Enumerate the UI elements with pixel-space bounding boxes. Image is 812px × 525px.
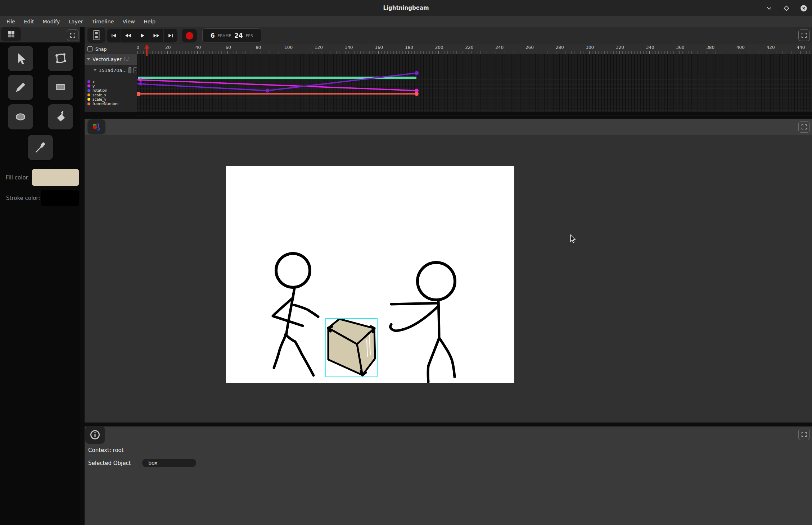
object-row-151ad70a[interactable]: 151ad70a... ~: [85, 65, 137, 76]
keyframe-dot-x-185[interactable]: [415, 71, 419, 75]
minimize-icon[interactable]: [765, 4, 773, 12]
close-icon[interactable]: [800, 4, 808, 12]
timeline-expand-button[interactable]: [798, 29, 810, 41]
menu-timeline[interactable]: Timeline: [87, 16, 118, 27]
play-icon: [139, 32, 146, 39]
info-tab[interactable]: [85, 426, 105, 444]
select-arrow-icon: [12, 50, 29, 67]
menu-view[interactable]: View: [118, 16, 139, 27]
frame-value: 6: [211, 32, 215, 39]
pencil-tool-button[interactable]: [8, 75, 33, 100]
stroke-color-swatch[interactable]: [41, 190, 79, 206]
stroke-color-label: Stroke color:: [6, 195, 40, 201]
fill-color-label: Fill color:: [6, 174, 30, 181]
rectangle-tool-button[interactable]: [48, 75, 73, 100]
menu-edit[interactable]: Edit: [19, 16, 38, 27]
play-button[interactable]: [135, 29, 149, 42]
skip-to-start-button[interactable]: [107, 29, 121, 42]
expand-icon: [801, 431, 807, 438]
maximize-icon[interactable]: [782, 4, 790, 12]
property-color-dot: [87, 98, 90, 101]
skip-to-end-button[interactable]: [164, 29, 177, 42]
ellipse-icon: [12, 109, 29, 125]
right-stick-figure[interactable]: [390, 262, 455, 382]
fast-forward-icon: [152, 32, 160, 39]
transform-tool-button[interactable]: [48, 46, 73, 71]
left-stick-figure[interactable]: [273, 254, 318, 375]
playback-controls: [107, 29, 177, 42]
paint-bucket-tool-button[interactable]: [48, 104, 73, 129]
snap-label: Snap: [95, 46, 107, 52]
property-name: rotation: [93, 88, 107, 92]
eyedropper-icon: [32, 139, 49, 156]
keyframe-dot-frameNumber-185[interactable]: [415, 92, 419, 96]
property-row-x[interactable]: x: [85, 79, 137, 84]
info-icon: [90, 429, 100, 440]
property-color-dot: [87, 89, 90, 92]
property-row-frameNumber[interactable]: frameNumber: [85, 101, 137, 106]
timeline-panel: 6 FRAME 24 FPS Snap VectorLayer [L] 15: [85, 27, 812, 112]
menu-help[interactable]: Help: [139, 16, 160, 27]
fill-color-swatch[interactable]: [32, 169, 79, 186]
property-color-dot: [87, 93, 90, 96]
canvas-expand-button[interactable]: [798, 121, 810, 133]
rewind-button[interactable]: [121, 29, 135, 42]
fps-value: 24: [234, 32, 243, 39]
tools-expand-button[interactable]: [67, 29, 78, 41]
menu-bar: FileEditModifyLayerTimelineViewHelp: [0, 16, 812, 27]
drawing-stage[interactable]: [226, 166, 514, 383]
transform-icon: [52, 50, 69, 67]
frame-fps-display: 6 FRAME 24 FPS: [202, 28, 261, 42]
frame-unit-label: FRAME: [218, 33, 231, 38]
stage-tab[interactable]: [87, 119, 105, 134]
context-text: Context: root: [88, 447, 124, 453]
snap-row: Snap: [85, 44, 137, 54]
property-row-scale_y[interactable]: scale_y: [85, 97, 137, 101]
layer-row-vectorlayer[interactable]: VectorLayer [L]: [85, 54, 137, 65]
skip-to-end-icon: [167, 32, 174, 39]
menu-file[interactable]: File: [2, 16, 19, 27]
menu-layer[interactable]: Layer: [64, 16, 87, 27]
snap-checkbox[interactable]: [87, 46, 93, 51]
eyedropper-tool-button[interactable]: [28, 135, 53, 160]
paint-bucket-icon: [52, 109, 69, 125]
timeline-tracks: 0204060801001201401601802002202402602803…: [137, 44, 812, 112]
selected-object-input[interactable]: box: [142, 459, 196, 467]
inspector-expand-button[interactable]: [798, 429, 810, 440]
tween-toggle-button[interactable]: ~: [133, 67, 137, 73]
property-color-dot: [87, 102, 90, 105]
property-row-scale_x[interactable]: scale_x: [85, 93, 137, 97]
tools-panel-header: [0, 27, 80, 42]
layer-list: Snap VectorLayer [L] 151ad70a... ~ xyrot…: [85, 44, 137, 112]
rewind-icon: [124, 32, 132, 39]
select-tool-button[interactable]: [8, 46, 33, 71]
canvas-panel-header: [85, 119, 812, 135]
timeline-body: Snap VectorLayer [L] 151ad70a... ~ xyrot…: [85, 44, 812, 112]
ellipse-tool-button[interactable]: [8, 104, 33, 129]
record-button[interactable]: [182, 29, 197, 42]
vector-shapes-icon: [92, 122, 101, 132]
property-row-y[interactable]: y: [85, 84, 137, 88]
playhead-marker[interactable]: [144, 44, 150, 56]
tools-tab[interactable]: [1, 27, 21, 41]
collapse-triangle-icon[interactable]: [94, 69, 97, 71]
timeline-tab[interactable]: [87, 28, 105, 43]
animation-curves[interactable]: [137, 44, 812, 112]
keyframe-dot-x-86[interactable]: [265, 89, 269, 93]
menu-modify[interactable]: Modify: [38, 16, 64, 27]
record-icon: [186, 32, 193, 40]
skip-to-start-icon: [110, 32, 117, 39]
property-row-rotation[interactable]: rotation: [85, 88, 137, 93]
expand-icon: [69, 32, 76, 38]
layer-visibility-toggle[interactable]: [128, 67, 131, 73]
property-name: scale_y: [93, 97, 107, 101]
fast-forward-button[interactable]: [149, 29, 163, 42]
box-artwork[interactable]: [328, 319, 375, 375]
property-name: scale_x: [93, 93, 107, 97]
film-strip-icon: [93, 30, 100, 40]
object-name: 151ad70a...: [99, 68, 127, 73]
timeline-toolbar: 6 FRAME 24 FPS: [85, 27, 812, 44]
property-name: frameNumber: [93, 102, 119, 106]
curve-start-keyframe[interactable]: [137, 92, 140, 96]
collapse-triangle-icon[interactable]: [87, 58, 90, 60]
